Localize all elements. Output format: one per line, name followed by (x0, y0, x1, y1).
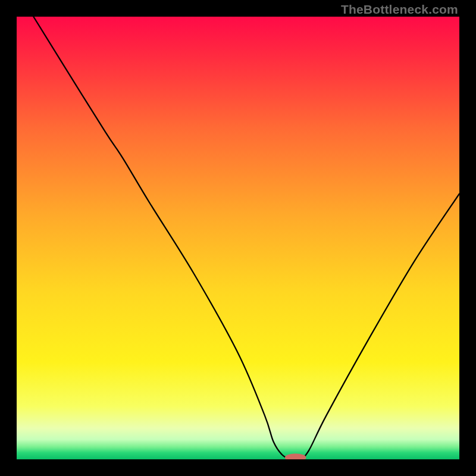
gradient-background (17, 17, 459, 459)
watermark-text: TheBottleneck.com (341, 2, 458, 17)
chart-svg (17, 17, 459, 459)
chart-container: TheBottleneck.com (0, 0, 476, 476)
plot-area (17, 17, 459, 459)
